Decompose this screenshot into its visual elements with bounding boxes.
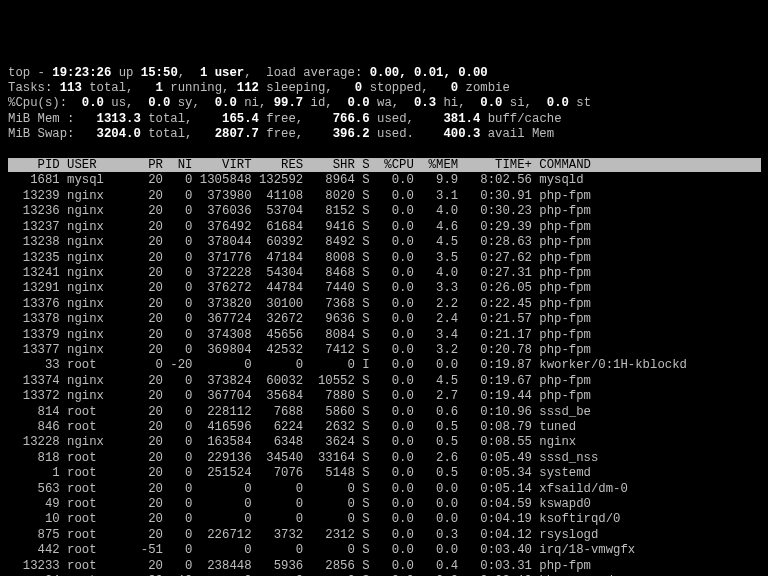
process-row: 442 root -51 0 0 0 0 S 0.0 0.0 0:03.40 i… <box>8 543 635 557</box>
process-row: 13377 nginx 20 0 369804 42532 7412 S 0.0… <box>8 343 591 357</box>
process-row: 13233 root 20 0 238448 5936 2856 S 0.0 0… <box>8 559 591 573</box>
process-table: 1681 mysql 20 0 1305848 132592 8964 S 0.… <box>8 173 687 576</box>
summary-line-4: MiB Mem : 1313.3 total, 165.4 free, 766.… <box>8 112 562 126</box>
summary-line-3: %Cpu(s): 0.0 us, 0.0 sy, 0.0 ni, 99.7 id… <box>8 96 591 110</box>
process-row: 13238 nginx 20 0 378044 60392 8492 S 0.0… <box>8 235 591 249</box>
summary-line-1: top - 19:23:26 up 15:50, 1 user, load av… <box>8 66 488 80</box>
process-row: 13374 nginx 20 0 373824 60032 10552 S 0.… <box>8 374 591 388</box>
process-row: 875 root 20 0 226712 3732 2312 S 0.0 0.3… <box>8 528 598 542</box>
summary-line-5: MiB Swap: 3204.0 total, 2807.7 free, 396… <box>8 127 562 141</box>
blank-line <box>8 143 15 157</box>
column-headers: PID USER PR NI VIRT RES SHR S %CPU %MEM … <box>8 158 761 172</box>
process-row: 13235 nginx 20 0 371776 47184 8008 S 0.0… <box>8 251 591 265</box>
summary-line-2: Tasks: 113 total, 1 running, 112 sleepin… <box>8 81 510 95</box>
process-row: 13379 nginx 20 0 374308 45656 8084 S 0.0… <box>8 328 591 342</box>
top-output[interactable]: top - 19:23:26 up 15:50, 1 user, load av… <box>8 66 760 576</box>
process-row: 13239 nginx 20 0 373980 41108 8020 S 0.0… <box>8 189 591 203</box>
process-row: 13291 nginx 20 0 376272 44784 7440 S 0.0… <box>8 281 591 295</box>
process-row: 13241 nginx 20 0 372228 54304 8468 S 0.0… <box>8 266 591 280</box>
process-row: 13378 nginx 20 0 367724 32672 9636 S 0.0… <box>8 312 591 326</box>
process-row: 13237 nginx 20 0 376492 61684 9416 S 0.0… <box>8 220 591 234</box>
process-row: 818 root 20 0 229136 34540 33164 S 0.0 2… <box>8 451 598 465</box>
process-row: 13228 nginx 20 0 163584 6348 3624 S 0.0 … <box>8 435 576 449</box>
process-row: 33 root 0 -20 0 0 0 I 0.0 0.0 0:19.87 kw… <box>8 358 687 372</box>
process-row: 1681 mysql 20 0 1305848 132592 8964 S 0.… <box>8 173 584 187</box>
process-row: 814 root 20 0 228112 7688 5860 S 0.0 0.6… <box>8 405 591 419</box>
process-row: 846 root 20 0 416596 6224 2632 S 0.0 0.5… <box>8 420 576 434</box>
process-row: 13372 nginx 20 0 367704 35684 7880 S 0.0… <box>8 389 591 403</box>
process-row: 10 root 20 0 0 0 0 S 0.0 0.0 0:04.19 kso… <box>8 512 621 526</box>
process-row: 13236 nginx 20 0 376036 53704 8152 S 0.0… <box>8 204 591 218</box>
process-row: 1 root 20 0 251524 7076 5148 S 0.0 0.5 0… <box>8 466 591 480</box>
process-row: 13376 nginx 20 0 373820 30100 7368 S 0.0… <box>8 297 591 311</box>
process-row: 563 root 20 0 0 0 0 S 0.0 0.0 0:05.14 xf… <box>8 482 628 496</box>
process-row: 49 root 20 0 0 0 0 S 0.0 0.0 0:04.59 ksw… <box>8 497 591 511</box>
